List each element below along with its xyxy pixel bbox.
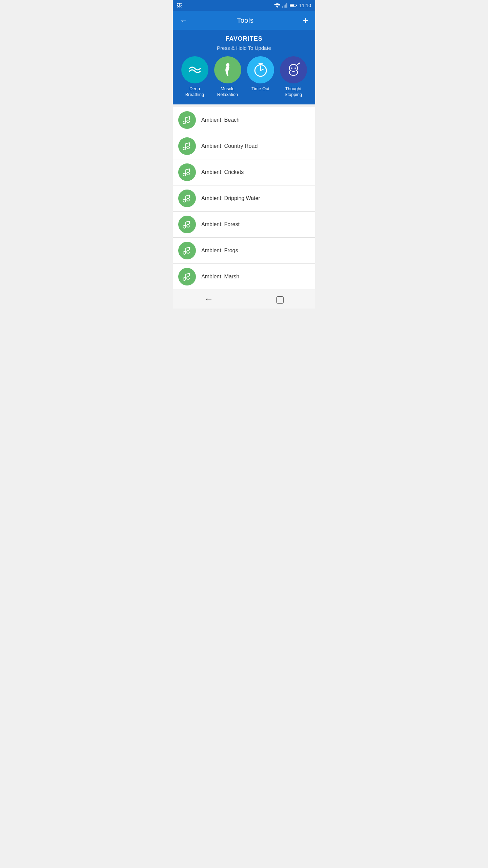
status-bar-left: 🖼 [177,3,182,8]
fav-item-deep-breathing[interactable]: DeepBreathing [181,56,208,98]
leg-icon [220,62,236,78]
list-item-beach[interactable]: Ambient: Beach [173,107,315,133]
status-bar-right: 11:10 [274,3,311,8]
muscle-relaxation-icon-circle [214,56,241,83]
list-item-frogs-label: Ambient: Frogs [201,248,238,254]
music-icon-country-road [178,137,196,155]
deep-breathing-icon-circle [181,56,208,83]
nav-bar: ← ▢ [173,290,315,309]
add-button[interactable]: + [302,14,310,27]
back-button[interactable]: ← [178,14,189,26]
time-display: 11:10 [299,3,311,8]
list-item-country-road[interactable]: Ambient: Country Road [173,133,315,159]
svg-rect-0 [282,6,283,8]
svg-line-11 [298,63,300,64]
svg-rect-1 [284,5,285,8]
music-note-icon [182,141,192,151]
music-note-icon [182,115,192,125]
music-icon-frogs [178,242,196,259]
photo-icon: 🖼 [177,3,182,8]
list-item-crickets-label: Ambient: Crickets [201,169,244,175]
brain-icon [285,62,302,78]
thought-stopping-label: ThoughtStopping [285,86,302,98]
time-out-label: Time Out [251,86,269,92]
music-note-icon [182,272,192,282]
list-item-marsh[interactable]: Ambient: Marsh [173,264,315,290]
list-item-forest-label: Ambient: Forest [201,221,240,228]
timer-icon [252,62,269,78]
thought-stopping-icon-circle [280,56,307,83]
fav-item-muscle-relaxation[interactable]: MuscleRelaxation [214,56,241,98]
ambient-list: Ambient: Beach Ambient: Country Road Amb… [173,107,315,290]
nav-home-button[interactable]: ▢ [267,291,292,308]
deep-breathing-label: DeepBreathing [185,86,204,98]
signal-icon [282,3,288,8]
list-item-crickets[interactable]: Ambient: Crickets [173,159,315,185]
favorites-title: FAVORITES [173,35,315,42]
toolbar-title: Tools [237,17,253,24]
svg-rect-2 [285,4,286,7]
music-note-icon [182,193,192,203]
svg-point-10 [294,67,296,69]
list-item-beach-label: Ambient: Beach [201,117,240,123]
status-bar: 🖼 11:10 [173,0,315,11]
toolbar: ← Tools + [173,11,315,30]
nav-back-button[interactable]: ← [196,291,222,307]
muscle-relaxation-label: MuscleRelaxation [217,86,238,98]
svg-point-7 [226,63,229,67]
favorites-section: FAVORITES Press & Hold To Update DeepBre… [173,30,315,104]
wind-icon [187,62,203,78]
list-item-dripping-water[interactable]: Ambient: Dripping Water [173,185,315,212]
svg-point-9 [291,67,292,69]
battery-icon [290,3,297,7]
list-item-frogs[interactable]: Ambient: Frogs [173,238,315,264]
time-out-icon-circle [247,56,274,83]
fav-item-thought-stopping[interactable]: ThoughtStopping [280,56,307,98]
list-item-forest[interactable]: Ambient: Forest [173,212,315,238]
favorites-icons-row: DeepBreathing MuscleRelaxation [173,56,315,98]
svg-rect-5 [296,5,297,6]
list-item-dripping-water-label: Ambient: Dripping Water [201,195,260,201]
fav-item-time-out[interactable]: Time Out [247,56,274,98]
svg-rect-3 [286,3,287,7]
music-note-icon [182,167,192,177]
music-note-icon [182,219,192,230]
music-icon-crickets [178,163,196,181]
music-icon-beach [178,111,196,129]
music-icon-dripping-water [178,190,196,207]
favorites-subtitle: Press & Hold To Update [173,45,315,51]
list-item-marsh-label: Ambient: Marsh [201,274,239,280]
music-icon-forest [178,216,196,233]
music-icon-marsh [178,268,196,285]
list-item-country-road-label: Ambient: Country Road [201,143,258,149]
music-note-icon [182,245,192,256]
wifi-icon [274,3,280,8]
svg-rect-6 [290,4,294,6]
